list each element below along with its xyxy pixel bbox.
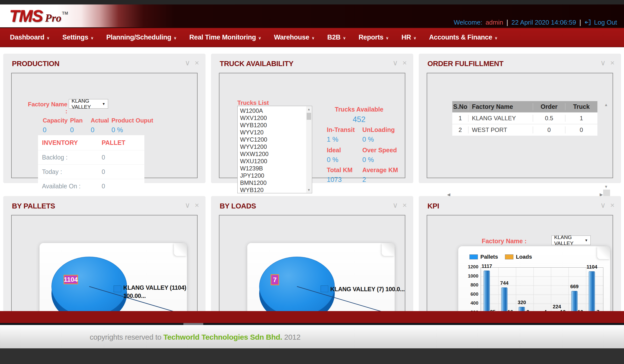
factory-select[interactable]: KLANG VALLEY ▼ bbox=[551, 236, 591, 245]
truck-list-item[interactable]: WYB120 bbox=[240, 186, 312, 193]
truck-list-item[interactable]: BMN1200 bbox=[240, 179, 312, 186]
collapse-icon[interactable]: ∨ bbox=[185, 59, 190, 67]
y-axis-tick-label: 800 bbox=[465, 282, 478, 288]
truck-availability-body: Trucks List W1200AWXV1200WYB1200WYV120WY… bbox=[219, 73, 405, 178]
close-icon[interactable]: × bbox=[610, 59, 615, 67]
pie-value-callout: 7 bbox=[271, 274, 279, 285]
legend-text: KLANG VALLEY (7) 100.0... bbox=[330, 285, 405, 293]
scroll-down-icon[interactable]: ▼ bbox=[306, 188, 312, 192]
collapse-icon[interactable]: ∨ bbox=[393, 59, 398, 67]
truck-list-item[interactable]: W1239B bbox=[240, 165, 312, 172]
truck-list-item[interactable]: WXU1200 bbox=[240, 158, 312, 165]
col-header-order: Order bbox=[533, 103, 565, 110]
nav-item-label: Reports bbox=[359, 34, 383, 41]
truck-list-item[interactable]: JPY1200 bbox=[240, 172, 312, 179]
scroll-down-icon[interactable]: ▼ bbox=[604, 185, 608, 189]
inventory-row: Backlog : 0 bbox=[38, 150, 144, 164]
metric: Product Ouput 0 % bbox=[111, 117, 156, 134]
footer-red-band bbox=[0, 311, 624, 323]
trucks-listbox[interactable]: W1200AWXV1200WYB1200WYV120WYC1200WYV1200… bbox=[237, 106, 312, 193]
truck-stat: Over Speed 0 % bbox=[362, 147, 400, 164]
main-nav: Dashboard ∨ Settings ∨ Planning/Scheduli… bbox=[0, 27, 624, 47]
pallets-legend-label: Pallets bbox=[480, 254, 498, 260]
copyright-prefix: copyrights reserved to bbox=[90, 333, 164, 341]
truck-list-item[interactable]: WYC1200 bbox=[240, 136, 312, 143]
scroll-up-icon[interactable]: ▲ bbox=[604, 103, 608, 107]
nav-item-label: Planning/Scheduling bbox=[106, 34, 171, 41]
nav-item-label: HR bbox=[402, 34, 411, 41]
metric-label: Plan bbox=[70, 117, 88, 124]
truck-stat-label: UnLoading bbox=[362, 126, 400, 133]
metric-value: 0 bbox=[70, 126, 88, 134]
scrollbar-thumb[interactable] bbox=[307, 113, 311, 120]
order-table-row[interactable]: 2 WEST PORT 0 0 bbox=[452, 124, 597, 136]
truck-list-item[interactable]: WYV1200 bbox=[240, 143, 312, 150]
logout-button[interactable]: Log Out bbox=[584, 19, 617, 26]
metric: Plan 0 bbox=[70, 117, 91, 134]
truck-stat: UnLoading 0 % bbox=[362, 126, 400, 143]
close-icon[interactable]: × bbox=[610, 201, 615, 209]
truck-list-item[interactable]: WYV120 bbox=[240, 129, 312, 136]
chevron-down-icon: ∨ bbox=[414, 36, 416, 40]
collapse-icon[interactable]: ∨ bbox=[393, 201, 398, 209]
cell-sno: 2 bbox=[452, 126, 468, 133]
cell-truck: 0 bbox=[565, 126, 597, 133]
close-icon[interactable]: × bbox=[195, 59, 199, 67]
logout-label: Log Out bbox=[594, 19, 617, 26]
order-fulfillment-body: S.No Factory Name Order Truck 1 KLANG VA… bbox=[427, 73, 613, 178]
nav-menu-item[interactable]: Planning/Scheduling ∨ bbox=[106, 34, 176, 41]
nav-menu-item[interactable]: Warehouse ∨ bbox=[274, 34, 315, 41]
nav-menu-item[interactable]: B2B ∨ bbox=[327, 34, 346, 41]
nav-item-label: Dashboard bbox=[10, 34, 44, 41]
panel-title: KPI bbox=[427, 202, 439, 210]
pallets-swatch bbox=[469, 254, 478, 259]
collapse-icon[interactable]: ∨ bbox=[185, 201, 190, 209]
order-table-row[interactable]: 1 KLANG VALLEY 0.5 1 bbox=[452, 112, 597, 124]
truck-stat-label: Total KM bbox=[327, 166, 364, 174]
legend-line1: KLANG VALLEY (7) 100.0... bbox=[330, 285, 405, 293]
footer-dark-band bbox=[0, 348, 624, 364]
truck-list-item[interactable]: WXW1200 bbox=[240, 150, 312, 158]
factory-select[interactable]: KLANG VALLEY ▼ bbox=[69, 99, 108, 109]
truck-stat-label: Ideal bbox=[327, 147, 364, 154]
truck-list-item[interactable]: W1200A bbox=[240, 107, 312, 114]
metric: Actual 0 bbox=[91, 117, 111, 134]
panel-title: BY PALLETS bbox=[12, 202, 55, 210]
trucks-list-scrollbar[interactable]: ▲ ▼ bbox=[306, 106, 312, 193]
pallets-value-label: 1104 bbox=[585, 264, 599, 270]
collapse-icon[interactable]: ∨ bbox=[600, 201, 606, 209]
logo-trademark: TM bbox=[62, 11, 68, 16]
horizontal-scrollbar-thumb[interactable] bbox=[183, 323, 203, 325]
kpi-legend: Pallets Loads bbox=[469, 254, 532, 260]
close-icon[interactable]: × bbox=[402, 201, 407, 209]
footer-copyright-band: copyrights reserved to Techworld Technol… bbox=[0, 325, 624, 348]
panel-title: BY LOADS bbox=[220, 202, 256, 210]
truck-list-item[interactable]: WXV1200 bbox=[240, 114, 312, 121]
nav-menu-item[interactable]: Settings ∨ bbox=[62, 34, 93, 41]
company-name: Techworld Technologies Sdn Bhd. bbox=[164, 333, 282, 341]
legend-line2: 100.00... bbox=[123, 292, 186, 300]
collapse-icon[interactable]: ∨ bbox=[600, 59, 606, 67]
production-metrics: Capacity 0 Plan 0 Actual 0 Product bbox=[43, 117, 156, 134]
nav-menu-item[interactable]: Reports ∨ bbox=[359, 34, 389, 41]
truck-stat-label: Average KM bbox=[362, 166, 400, 174]
truck-stat-value: 0 % bbox=[362, 136, 400, 143]
nav-menu-item[interactable]: Accounts & Finance ∨ bbox=[429, 34, 498, 41]
close-icon[interactable]: × bbox=[195, 201, 199, 209]
scroll-up-icon[interactable]: ▲ bbox=[306, 107, 312, 111]
cell-order: 0 bbox=[533, 126, 565, 133]
nav-menu-item[interactable]: HR ∨ bbox=[402, 34, 416, 41]
chevron-down-icon: ∨ bbox=[47, 36, 49, 40]
legend-item-loads: Loads bbox=[505, 254, 532, 260]
truck-list-item[interactable]: WYB1200 bbox=[240, 121, 312, 129]
truck-stat-value: 1 % bbox=[327, 136, 364, 143]
nav-menu-item[interactable]: Real Time Monitoring ∨ bbox=[189, 34, 261, 41]
app-logo: TMSProTM bbox=[9, 6, 68, 25]
inventory-col-header: INVENTORY bbox=[38, 139, 102, 146]
metric-value: 0 bbox=[43, 126, 68, 134]
trucks-available-block: Trucks Available 452 bbox=[327, 106, 391, 124]
close-icon[interactable]: × bbox=[402, 59, 407, 67]
truck-stat: Total KM 1073 bbox=[327, 166, 364, 184]
nav-menu-item[interactable]: Dashboard ∨ bbox=[10, 34, 49, 41]
pie-value-callout: 1104 bbox=[64, 275, 78, 284]
